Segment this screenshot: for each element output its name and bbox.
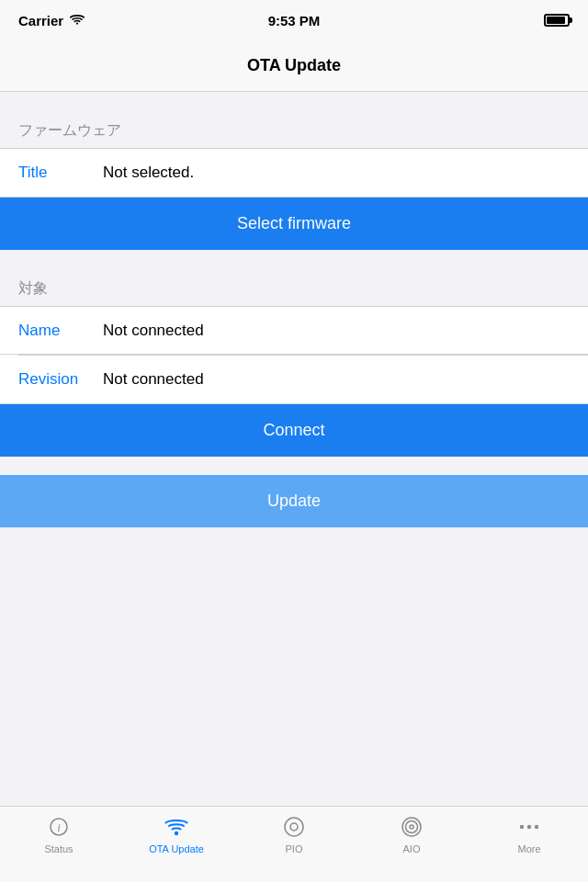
- tab-status[interactable]: i Status: [0, 814, 118, 854]
- firmware-section-header: ファームウェア: [0, 110, 588, 148]
- tab-bar: i Status OTA Update PIO: [0, 806, 588, 882]
- tab-status-label: Status: [44, 843, 73, 854]
- battery-icon: [544, 14, 570, 27]
- svg-point-7: [410, 825, 413, 829]
- tab-ota-update[interactable]: OTA Update: [118, 814, 235, 854]
- more-icon: [516, 814, 542, 840]
- spacer-top: [0, 92, 588, 110]
- select-firmware-button[interactable]: Select firmware: [0, 198, 588, 250]
- svg-point-4: [290, 823, 298, 831]
- target-name-label: Name: [18, 322, 92, 340]
- carrier-label: Carrier: [18, 13, 63, 28]
- spacer-middle: [0, 250, 588, 268]
- status-bar-time: 9:53 PM: [268, 13, 321, 28]
- svg-point-3: [285, 818, 303, 836]
- page-title: OTA Update: [247, 56, 341, 75]
- svg-text:i: i: [57, 820, 61, 834]
- wifi-tab-icon: [164, 814, 189, 840]
- target-name-value: Not connected: [103, 322, 204, 340]
- status-bar-left: Carrier: [18, 13, 85, 28]
- target-table: Name Not connected Revision Not connecte…: [0, 306, 588, 404]
- spacer-connect-update: [0, 457, 588, 475]
- tab-pio-label: PIO: [286, 843, 303, 854]
- target-section-header: 対象: [0, 268, 588, 306]
- info-icon: i: [46, 814, 72, 840]
- target-revision-label: Revision: [18, 370, 92, 389]
- tab-pio[interactable]: PIO: [235, 814, 353, 854]
- svg-point-8: [520, 825, 524, 829]
- tab-ota-update-label: OTA Update: [149, 843, 204, 854]
- nav-header: OTA Update: [0, 40, 588, 92]
- svg-point-6: [406, 821, 418, 833]
- target-revision-row: Revision Not connected: [0, 356, 588, 403]
- firmware-title-row: Title Not selected.: [0, 149, 588, 197]
- wifi-status-icon: [69, 14, 85, 27]
- update-button[interactable]: Update: [0, 475, 588, 527]
- tab-aio-label: AIO: [403, 843, 421, 854]
- firmware-title-value: Not selected.: [103, 164, 194, 182]
- target-name-row: Name Not connected: [0, 307, 588, 355]
- tab-aio[interactable]: AIO: [353, 814, 470, 854]
- tab-more-label: More: [517, 843, 540, 854]
- firmware-title-label: Title: [18, 164, 92, 182]
- firmware-table: Title Not selected.: [0, 148, 588, 198]
- svg-point-9: [527, 825, 531, 829]
- record-icon: [281, 814, 307, 840]
- svg-point-2: [175, 831, 178, 835]
- target-icon: [399, 814, 424, 840]
- tab-more[interactable]: More: [470, 814, 588, 854]
- status-bar: Carrier 9:53 PM: [0, 0, 588, 40]
- target-revision-value: Not connected: [103, 370, 204, 389]
- connect-button[interactable]: Connect: [0, 404, 588, 457]
- status-bar-right: [544, 14, 570, 27]
- main-content: ファームウェア Title Not selected. Select firmw…: [0, 92, 588, 806]
- svg-point-10: [535, 825, 538, 829]
